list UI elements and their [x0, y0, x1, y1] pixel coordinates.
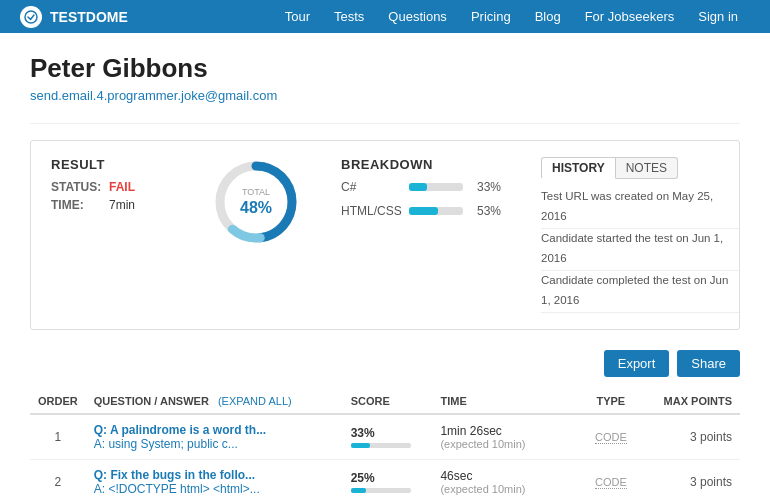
tab-notes[interactable]: NOTES: [616, 157, 678, 179]
row2-score-pct: 25%: [351, 471, 425, 485]
row1-qa: Q: A palindrome is a word th... A: using…: [86, 414, 343, 460]
header-max-points: MAX POINTS: [651, 389, 740, 414]
row2-time-main: 46sec: [440, 469, 563, 483]
main-content: Peter Gibbons send.email.4.programmer.jo…: [0, 33, 770, 501]
row2-question[interactable]: Q: Fix the bugs in the follo...: [94, 468, 335, 482]
row1-type: CODE: [571, 414, 650, 460]
nav-tests[interactable]: Tests: [322, 0, 376, 33]
result-panel: RESULT STATUS: FAIL TIME: 7min: [51, 157, 171, 216]
row1-score: 33%: [343, 414, 433, 460]
breakdown-html-bar-fill: [409, 207, 438, 215]
table-row: 2 Q: Fix the bugs in the follo... A: <!D…: [30, 460, 740, 501]
results-table: ORDER QUESTION / ANSWER (EXPAND ALL) SCO…: [30, 389, 740, 501]
row2-time: 46sec (expected 10min): [432, 460, 571, 501]
header-qa-label: QUESTION / ANSWER: [94, 395, 209, 407]
row1-answer[interactable]: A: using System; public c...: [94, 437, 335, 451]
row1-max-pts: 3 points: [690, 430, 732, 444]
breakdown-row-html: HTML/CSS 53%: [341, 204, 501, 218]
result-status-row: STATUS: FAIL: [51, 180, 171, 194]
donut-label: TOTAL 48%: [240, 187, 272, 217]
status-value: FAIL: [109, 180, 135, 194]
header-type: TYPE: [571, 389, 650, 414]
result-time-row: TIME: 7min: [51, 198, 171, 212]
row2-score: 25%: [343, 460, 433, 501]
row1-type-link[interactable]: CODE: [595, 431, 627, 444]
row2-order: 2: [30, 460, 86, 501]
breakdown-html-pct: 53%: [471, 204, 501, 218]
table-header: ORDER QUESTION / ANSWER (EXPAND ALL) SCO…: [30, 389, 740, 414]
export-button[interactable]: Export: [604, 350, 670, 377]
breakdown-html-bar-bg: [409, 207, 463, 215]
nav-links: Tour Tests Questions Pricing Blog For Jo…: [273, 0, 750, 33]
nav-pricing[interactable]: Pricing: [459, 0, 523, 33]
header-order: ORDER: [30, 389, 86, 414]
candidate-email[interactable]: send.email.4.programmer.joke@gmail.com: [30, 88, 740, 103]
nav-tour[interactable]: Tour: [273, 0, 322, 33]
row2-score-bar-fill: [351, 488, 366, 493]
row1-question[interactable]: Q: A palindrome is a word th...: [94, 423, 335, 437]
row2-time-expected: (expected 10min): [440, 483, 563, 495]
history-tabs: HISTORY NOTES: [541, 157, 741, 179]
nav-blog[interactable]: Blog: [523, 0, 573, 33]
time-value: 7min: [109, 198, 135, 212]
row2-max-pts: 3 points: [690, 475, 732, 489]
table-body: 1 Q: A palindrome is a word th... A: usi…: [30, 414, 740, 501]
donut-chart: TOTAL 48%: [211, 157, 301, 247]
row1-score-bar-fill: [351, 443, 371, 448]
header-score: SCORE: [343, 389, 433, 414]
history-entry-2: Candidate started the test on Jun 1, 201…: [541, 229, 741, 271]
row1-score-pct: 33%: [351, 426, 425, 440]
row2-score-bar-bg: [351, 488, 411, 493]
nav-jobseekers[interactable]: For Jobseekers: [573, 0, 687, 33]
share-button[interactable]: Share: [677, 350, 740, 377]
logo-icon: [20, 6, 42, 28]
history-entry-1: Test URL was created on May 25, 2016: [541, 187, 741, 229]
time-label: TIME:: [51, 198, 101, 212]
breakdown-cs-label: C#: [341, 180, 401, 194]
header-qa: QUESTION / ANSWER (EXPAND ALL): [86, 389, 343, 414]
row2-type-link[interactable]: CODE: [595, 476, 627, 489]
row1-score-bar-bg: [351, 443, 411, 448]
row1-time: 1min 26sec (expected 10min): [432, 414, 571, 460]
svg-point-0: [25, 11, 37, 23]
tab-history[interactable]: HISTORY: [541, 157, 616, 179]
row1-time-main: 1min 26sec: [440, 424, 563, 438]
result-title: RESULT: [51, 157, 171, 172]
donut-pct-text: 48%: [240, 198, 272, 217]
breakdown-cs-bar-bg: [409, 183, 463, 191]
history-content: Test URL was created on May 25, 2016 Can…: [541, 187, 741, 313]
navbar: TESTDOME Tour Tests Questions Pricing Bl…: [0, 0, 770, 33]
result-section: RESULT STATUS: FAIL TIME: 7min T: [30, 140, 740, 330]
table-row: 1 Q: A palindrome is a word th... A: usi…: [30, 414, 740, 460]
breakdown-title: BREAKDOWN: [341, 157, 501, 172]
row1-time-expected: (expected 10min): [440, 438, 563, 450]
divider-top: [30, 123, 740, 124]
row2-answer[interactable]: A: <!DOCTYPE html> <html>...: [94, 482, 335, 496]
breakdown-row-cs: C# 33%: [341, 180, 501, 194]
nav-questions[interactable]: Questions: [376, 0, 459, 33]
expand-all-link[interactable]: (EXPAND ALL): [218, 395, 292, 407]
row1-order: 1: [30, 414, 86, 460]
row2-qa: Q: Fix the bugs in the follo... A: <!DOC…: [86, 460, 343, 501]
candidate-name: Peter Gibbons: [30, 53, 740, 84]
breakdown-panel: BREAKDOWN C# 33% HTML/CSS 53%: [341, 157, 501, 228]
status-label: STATUS:: [51, 180, 101, 194]
row1-max: 3 points: [651, 414, 740, 460]
breakdown-cs-pct: 33%: [471, 180, 501, 194]
donut-total-text: TOTAL: [240, 187, 272, 198]
nav-signin[interactable]: Sign in: [686, 0, 750, 33]
actions-bar: Export Share: [30, 350, 740, 377]
logo-text: TESTDOME: [50, 9, 128, 25]
header-time: TIME: [432, 389, 571, 414]
row2-type: CODE: [571, 460, 650, 501]
logo: TESTDOME: [20, 6, 128, 28]
history-panel: HISTORY NOTES Test URL was created on Ma…: [541, 157, 741, 313]
row2-max: 3 points: [651, 460, 740, 501]
header-row: ORDER QUESTION / ANSWER (EXPAND ALL) SCO…: [30, 389, 740, 414]
breakdown-html-label: HTML/CSS: [341, 204, 401, 218]
history-entry-3: Candidate completed the test on Jun 1, 2…: [541, 271, 741, 313]
breakdown-cs-bar-fill: [409, 183, 427, 191]
